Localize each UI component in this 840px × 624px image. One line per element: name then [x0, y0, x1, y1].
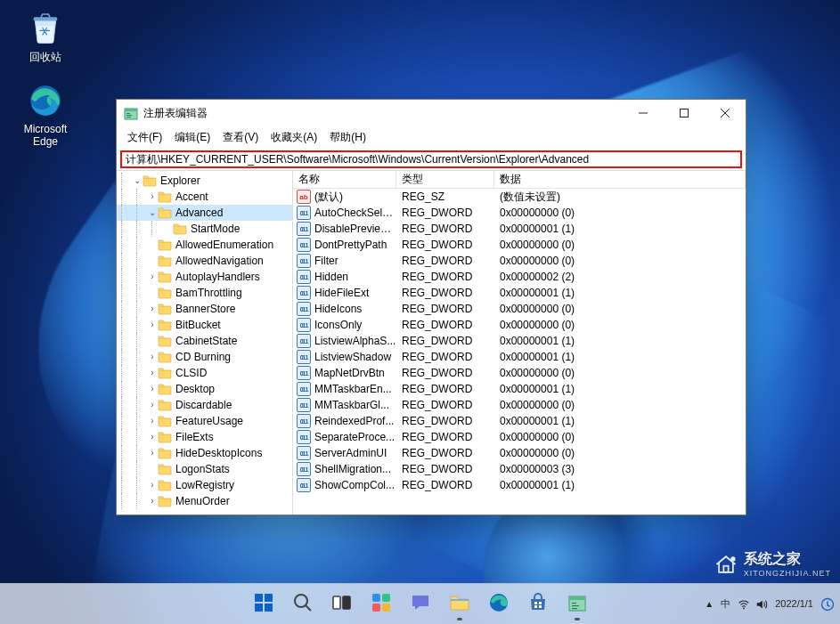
menu-fav[interactable]: 收藏夹(A) [265, 128, 322, 147]
registry-value-row[interactable]: 011DontPrettyPathREG_DWORD0x00000000 (0) [293, 237, 746, 253]
tree-node[interactable]: ›AutoplayHandlers [117, 269, 292, 285]
registry-value-row[interactable]: 011MMTaskbarGl...REG_DWORD0x00000000 (0) [293, 397, 746, 413]
tree-node[interactable]: ›CLSID [117, 365, 292, 381]
registry-value-row[interactable]: 011ListviewShadowREG_DWORD0x00000001 (1) [293, 349, 746, 365]
tree-node[interactable]: ›BannerStore [117, 301, 292, 317]
taskbar-search-button[interactable] [285, 587, 321, 622]
tree-node[interactable]: LogonStats [117, 461, 292, 477]
volume-icon[interactable] [755, 598, 768, 611]
tree-twisty-icon[interactable]: › [147, 493, 158, 509]
menu-view[interactable]: 查看(V) [217, 128, 264, 147]
list-pane[interactable]: 名称 类型 数据 ab(默认)REG_SZ(数值未设置)011AutoCheck… [293, 171, 746, 515]
close-button[interactable] [705, 100, 746, 126]
registry-value-row[interactable]: 011HideFileExtREG_DWORD0x00000001 (1) [293, 285, 746, 301]
tree-twisty-icon[interactable]: › [147, 429, 158, 445]
registry-value-row[interactable]: 011AutoCheckSelectREG_DWORD0x00000000 (0… [293, 205, 746, 221]
taskbar-task-view-button[interactable] [324, 587, 360, 622]
dword-value-icon: 011 [297, 478, 311, 492]
taskbar-regedit-button[interactable] [559, 587, 595, 622]
tree-twisty-icon[interactable]: › [147, 301, 158, 317]
tree-node[interactable]: AllowedEnumeration [117, 237, 292, 253]
registry-value-row[interactable]: 011ShellMigration...REG_DWORD0x00000003 … [293, 461, 746, 477]
ime-indicator[interactable]: 中 [721, 597, 730, 611]
col-header-name[interactable]: 名称 [293, 171, 396, 188]
taskbar-file-explorer-button[interactable] [442, 587, 477, 622]
string-value-icon: ab [297, 190, 311, 204]
registry-value-row[interactable]: 011MapNetDrvBtnREG_DWORD0x00000000 (0) [293, 365, 746, 381]
desktop-icon-recycle-bin[interactable]: 回收站 [16, 9, 75, 65]
tree-node[interactable]: ⌄Explorer [117, 173, 292, 189]
tree-node[interactable]: ›Discardable [117, 397, 292, 413]
desktop-icon-edge[interactable]: Microsoft Edge [16, 82, 75, 148]
taskbar-edge-button[interactable] [481, 587, 517, 622]
tree-node[interactable]: ›MenuOrder [117, 493, 292, 509]
tree-node[interactable]: ›Accent [117, 189, 292, 205]
tree-node[interactable]: ›BitBucket [117, 317, 292, 333]
tree-node[interactable]: ›LowRegistry [117, 477, 292, 493]
tree-twisty-icon[interactable]: › [147, 381, 158, 397]
taskbar-start-button[interactable] [246, 587, 281, 622]
tree-twisty-icon[interactable]: › [147, 477, 158, 493]
tree-node[interactable]: ›FeatureUsage [117, 413, 292, 429]
tree-twisty-icon[interactable]: › [147, 317, 158, 333]
registry-value-row[interactable]: 011ReindexedProf...REG_DWORD0x00000001 (… [293, 413, 746, 429]
registry-value-row[interactable]: 011ListviewAlphaS...REG_DWORD0x00000001 … [293, 333, 746, 349]
tree-node[interactable]: ›CD Burning [117, 349, 292, 365]
address-input[interactable] [122, 152, 740, 166]
notifications-icon[interactable] [820, 597, 835, 612]
svg-point-36 [743, 607, 745, 609]
tree-node[interactable]: CabinetState [117, 333, 292, 349]
taskbar-widgets-button[interactable] [363, 587, 399, 622]
tree-twisty-icon[interactable]: › [147, 269, 158, 285]
registry-value-row[interactable]: 011MMTaskbarEn...REG_DWORD0x00000001 (1) [293, 381, 746, 397]
registry-value-row[interactable]: 011HiddenREG_DWORD0x00000002 (2) [293, 269, 746, 285]
tree-twisty-icon[interactable]: › [147, 413, 158, 429]
tree-twisty-icon[interactable]: ⌄ [132, 173, 143, 189]
tree-node[interactable]: AllowedNavigation [117, 253, 292, 269]
taskbar-store-button[interactable] [520, 587, 556, 622]
taskbar-chat-button[interactable] [403, 587, 438, 622]
registry-value-row[interactable]: 011DisablePreview...REG_DWORD0x00000001 … [293, 221, 746, 237]
registry-value-row[interactable]: 011SeparateProce...REG_DWORD0x00000000 (… [293, 429, 746, 445]
menu-file[interactable]: 文件(F) [122, 128, 167, 147]
dword-value-icon: 011 [297, 366, 311, 380]
registry-value-row[interactable]: 011ShowCompCol...REG_DWORD0x00000001 (1) [293, 477, 746, 493]
tree-node-label: Desktop [175, 381, 215, 397]
tree-node[interactable]: ›HideDesktopIcons [117, 445, 292, 461]
tree-node-label: StartMode [191, 221, 240, 237]
tree-twisty-icon[interactable]: › [147, 365, 158, 381]
folder-icon [158, 350, 172, 364]
tree-node[interactable]: ›Desktop [117, 381, 292, 397]
tree-node[interactable]: StartMode [117, 221, 292, 237]
tree-node[interactable]: ⌄Advanced [117, 205, 292, 221]
tree-pane[interactable]: ⌄Explorer›Accent⌄AdvancedStartModeAllowe… [117, 171, 293, 515]
col-header-data[interactable]: 数据 [494, 171, 746, 188]
tree-twisty-icon[interactable]: › [147, 445, 158, 461]
wifi-icon[interactable] [738, 598, 750, 611]
menu-edit[interactable]: 编辑(E) [169, 128, 216, 147]
tray-chevron-up-icon[interactable]: ▲ [705, 599, 714, 609]
dword-value-icon: 011 [297, 334, 311, 348]
titlebar[interactable]: 注册表编辑器 [117, 100, 746, 126]
tree-node[interactable]: ›FileExts [117, 429, 292, 445]
tree-twisty-icon[interactable]: ⌄ [147, 205, 158, 221]
menu-help[interactable]: 帮助(H) [324, 128, 371, 147]
col-header-type[interactable]: 类型 [396, 171, 494, 188]
system-tray[interactable]: ▲ 中 2022/1/1 [705, 597, 835, 612]
registry-value-row[interactable]: ab(默认)REG_SZ(数值未设置) [293, 189, 746, 205]
tree-node-label: CabinetState [175, 333, 237, 349]
minimize-button[interactable] [623, 100, 664, 126]
registry-value-row[interactable]: 011ServerAdminUIREG_DWORD0x00000000 (0) [293, 445, 746, 461]
registry-value-row[interactable]: 011HideIconsREG_DWORD0x00000000 (0) [293, 301, 746, 317]
tree-twisty-icon[interactable]: › [147, 189, 158, 205]
taskbar-clock[interactable]: 2022/1/1 [775, 598, 813, 610]
tree-twisty-icon[interactable]: › [147, 349, 158, 365]
dword-value-icon: 011 [297, 222, 311, 236]
registry-value-row[interactable]: 011IconsOnlyREG_DWORD0x00000000 (0) [293, 317, 746, 333]
registry-value-row[interactable]: 011FilterREG_DWORD0x00000000 (0) [293, 253, 746, 269]
svg-rect-14 [265, 594, 273, 602]
tree-twisty-icon[interactable]: › [147, 397, 158, 413]
regedit-window: 注册表编辑器 文件(F) 编辑(E) 查看(V) 收藏夹(A) 帮助(H) ⌄E… [116, 99, 746, 515]
tree-node[interactable]: BamThrottling [117, 285, 292, 301]
maximize-button[interactable] [664, 100, 705, 126]
